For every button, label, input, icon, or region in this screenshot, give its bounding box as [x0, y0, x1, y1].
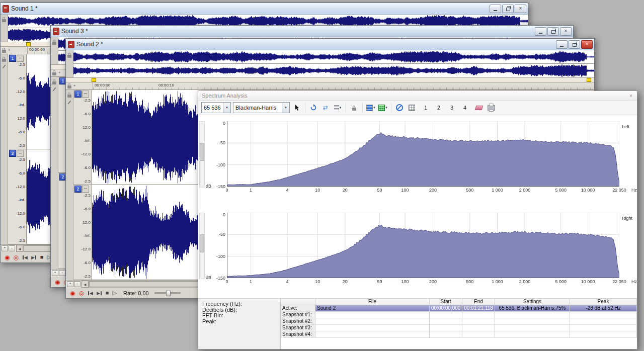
plot-vertical-scrollbar[interactable]	[199, 213, 205, 279]
chevron-down-icon: ▾	[223, 103, 230, 113]
spectrum-plot-area[interactable]	[227, 121, 619, 187]
spectrum-plot-area[interactable]	[227, 213, 619, 278]
channel-1-badge[interactable]: 1	[9, 55, 16, 62]
lock-button[interactable]	[349, 103, 359, 113]
hz-unit-label: Hz	[631, 279, 637, 284]
x-tick-label: 1 000	[492, 188, 503, 193]
channel-2-badge[interactable]: 2	[9, 150, 16, 157]
print-button[interactable]	[486, 103, 496, 113]
db-ruler-label: -12.0	[73, 125, 91, 130]
x-tick-label: 100	[401, 279, 409, 284]
snapshot-button-2[interactable]: 2	[434, 103, 444, 113]
window-titlebar[interactable]: Sound 3 * ×	[51, 26, 573, 37]
zoom-out-button[interactable]: -	[59, 270, 65, 276]
x-tick-label: 1 000	[492, 279, 503, 284]
x-tick-label: 50	[377, 279, 382, 284]
overview-strips	[66, 50, 594, 77]
smoothing-window-select[interactable]: Blackman-Harris ▾	[233, 102, 290, 113]
play-button[interactable]: ▷	[112, 290, 116, 296]
loop-start-marker[interactable]	[92, 78, 96, 82]
close-icon[interactable]: ×	[627, 93, 635, 99]
pointer-tool-button[interactable]	[292, 103, 302, 113]
db-ruler-label: -6.0	[73, 165, 91, 170]
rate-slider[interactable]	[154, 292, 181, 294]
channel-1-badge[interactable]: 1	[74, 91, 82, 98]
lines-icon	[334, 105, 339, 110]
loop-end-marker[interactable]	[587, 78, 591, 82]
go-to-start-button[interactable]: ◀	[22, 255, 28, 260]
bar-icon	[35, 255, 36, 259]
channel-minimize-button[interactable]	[17, 150, 24, 157]
table-row-snapshot-2[interactable]: Snapshot #2:	[281, 318, 637, 325]
stop-button[interactable]: ■	[40, 254, 44, 260]
show-grid-button[interactable]	[407, 103, 417, 113]
close-button[interactable]: ×	[560, 27, 572, 36]
db-ruler-label: -2.5	[8, 143, 25, 148]
snapshot-button-4[interactable]: 4	[460, 103, 470, 113]
record-button[interactable]: ◉	[5, 254, 10, 260]
loop-region-bar[interactable]	[66, 77, 594, 82]
spectrum-titlebar[interactable]: Spectrum Analysis ×	[198, 91, 637, 101]
window-titlebar[interactable]: Sound 1 * ×	[1, 3, 528, 15]
zoom-out-button[interactable]: -	[74, 281, 80, 287]
hold-peaks-button[interactable]: ▾	[333, 103, 343, 113]
restore-button[interactable]	[502, 5, 514, 13]
loop-playback-button[interactable]: ◎	[78, 290, 84, 296]
overview-waveform-right[interactable]	[73, 64, 594, 77]
zoom-out-button[interactable]: -	[9, 245, 15, 251]
record-button[interactable]: ◉	[55, 279, 60, 285]
no-smoothing-button[interactable]	[394, 103, 405, 113]
go-to-end-button[interactable]: ▶	[31, 255, 37, 260]
restore-button[interactable]	[569, 40, 580, 49]
db-ruler-label: -12.0	[8, 211, 25, 216]
stop-button[interactable]: ■	[106, 290, 109, 296]
sonogram-color-button[interactable]: ▾	[378, 103, 388, 113]
data-cell	[315, 318, 430, 325]
loop-start-marker[interactable]	[26, 42, 31, 46]
snapshot-button-3[interactable]: 3	[447, 103, 457, 113]
channel-2-badge[interactable]: 2	[74, 186, 82, 193]
window-titlebar[interactable]: Sound 2 * ×	[66, 39, 594, 50]
x-tick-label: 5 000	[555, 188, 567, 193]
go-to-end-button[interactable]: ▶	[97, 291, 102, 296]
record-button[interactable]: ◉	[70, 290, 75, 296]
plot-vertical-scrollbar[interactable]	[199, 121, 205, 188]
table-row-snapshot-1[interactable]: Snapshot #1:	[281, 312, 637, 318]
clear-snapshots-button[interactable]	[474, 103, 484, 113]
channel-minimize-button[interactable]	[82, 186, 89, 193]
y-axis-labels: 0-50-100-150dB	[205, 213, 227, 279]
scroll-left-arrow[interactable]: ◀	[82, 281, 89, 288]
table-row-snapshot-4[interactable]: Snapshot #4:	[281, 331, 637, 338]
table-row-snapshot-3[interactable]: Snapshot #3:	[281, 325, 637, 331]
graph-color-button[interactable]: ▾	[366, 103, 376, 113]
loop-playback-button[interactable]: ◎	[13, 254, 18, 260]
zoom-in-button[interactable]: +	[2, 245, 8, 251]
x-tick-label: 22 050	[612, 188, 626, 193]
minimize-button[interactable]	[490, 5, 501, 13]
scrollbar-thumb[interactable]	[200, 143, 204, 161]
fft-size-select[interactable]: 65 536 ▾	[201, 102, 231, 113]
minimize-icon	[494, 10, 497, 11]
close-button[interactable]: ×	[581, 40, 593, 49]
sync-graphs-button[interactable]: ⇄	[320, 103, 331, 113]
go-to-start-button[interactable]: ◀	[88, 291, 93, 296]
lock-icon	[352, 108, 356, 111]
minimize-button[interactable]	[535, 27, 546, 36]
scroll-left-arrow[interactable]: ◀	[16, 245, 23, 252]
channel-minimize-button[interactable]	[82, 91, 89, 98]
snapshot-button-1[interactable]: 1	[421, 103, 431, 113]
zoom-in-button[interactable]: +	[52, 270, 58, 276]
data-cell: Sound 2	[315, 305, 430, 312]
zoom-in-button[interactable]: +	[67, 281, 73, 287]
close-button[interactable]: ×	[515, 5, 526, 13]
x-tick-label: 20	[343, 279, 348, 284]
table-row-active[interactable]: Active:Sound 200:00:00,00000:01:21,11865…	[281, 305, 637, 312]
restore-button[interactable]	[547, 27, 559, 36]
time-ruler[interactable]: 00:00:00 00:00:10	[93, 82, 594, 90]
refresh-button[interactable]	[308, 103, 318, 113]
rate-label: Rate: 0,00	[123, 290, 149, 296]
minimize-button[interactable]	[556, 40, 568, 49]
channel-minimize-button[interactable]	[17, 55, 24, 62]
scrollbar-thumb[interactable]	[200, 234, 204, 252]
overview-waveform-left[interactable]	[73, 50, 594, 64]
